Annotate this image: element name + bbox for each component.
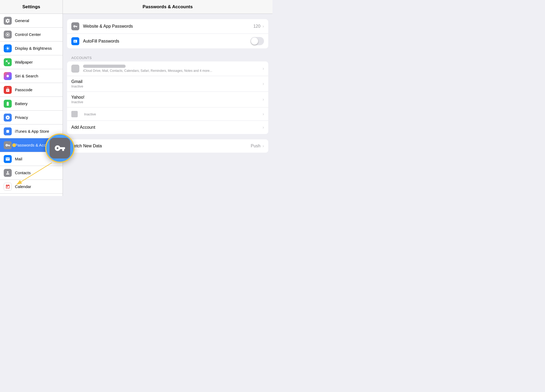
- sidebar-item-notes[interactable]: Notes: [0, 194, 63, 196]
- sidebar-item-passcode[interactable]: Passcode: [0, 83, 63, 97]
- sidebar-item-battery[interactable]: Battery: [0, 97, 63, 111]
- chevron-icon: ›: [263, 125, 264, 130]
- autofill-icon: [71, 37, 79, 45]
- chevron-icon: ›: [263, 97, 264, 102]
- sidebar-label-privacy: Privacy: [15, 115, 28, 120]
- sidebar-label-control-center: Control Center: [15, 32, 41, 37]
- unknown-account-icon: [71, 111, 78, 117]
- sidebar-item-siri-search[interactable]: Siri & Search: [0, 69, 63, 83]
- accounts-card: iCloud Drive, Mail, Contacts, Calendars,…: [67, 61, 268, 134]
- sidebar-label-mail: Mail: [15, 157, 22, 161]
- gmail-account-row[interactable]: Gmail Inactive ›: [67, 76, 268, 92]
- icloud-account-row[interactable]: iCloud Drive, Mail, Contacts, Calendars,…: [67, 61, 268, 76]
- sidebar-label-general: General: [15, 18, 29, 23]
- chevron-icon: ›: [263, 24, 264, 29]
- passcode-icon: [4, 86, 12, 94]
- svg-point-2: [7, 75, 9, 77]
- svg-rect-3: [6, 130, 9, 133]
- sidebar-label-display-brightness: Display & Brightness: [15, 46, 52, 51]
- chevron-icon: ›: [263, 81, 264, 86]
- detail-header: Passwords & Accounts: [63, 0, 272, 14]
- sidebar-item-contacts[interactable]: Contacts: [0, 166, 63, 180]
- yahoo-name: Yahoo!: [71, 95, 263, 100]
- passwords-accounts-icon: [4, 141, 12, 149]
- display-brightness-icon: [4, 44, 12, 52]
- detail-panel: Website & App Passwords 120 › AutoFill P…: [63, 14, 272, 196]
- toggle-knob: [251, 37, 258, 45]
- itunes-icon: [4, 127, 12, 135]
- gmail-status: Inactive: [71, 84, 263, 88]
- fetch-new-data-value: Push: [251, 144, 260, 148]
- wallpaper-icon: [4, 58, 12, 66]
- gmail-name: Gmail: [71, 79, 263, 84]
- chevron-icon: ›: [263, 66, 264, 71]
- add-account-label: Add Account: [71, 125, 263, 130]
- battery-icon: [4, 100, 12, 108]
- sidebar-item-general[interactable]: General: [0, 14, 63, 28]
- website-app-passwords-row[interactable]: Website & App Passwords 120 ›: [67, 19, 268, 34]
- sidebar-header: Settings: [0, 0, 63, 14]
- sidebar-label-calendar: Calendar: [15, 184, 31, 189]
- website-app-passwords-label: Website & App Passwords: [83, 24, 253, 29]
- autofill-toggle[interactable]: [250, 37, 264, 45]
- mail-icon: [4, 155, 12, 163]
- sidebar-label-passcode: Passcode: [15, 87, 32, 92]
- sidebar-item-display-brightness[interactable]: Display & Brightness: [0, 41, 63, 55]
- annotation-dot: [12, 143, 16, 147]
- annotation-circle: [45, 134, 75, 163]
- siri-icon: [4, 72, 12, 80]
- sidebar-item-wallpaper[interactable]: Wallpaper: [0, 55, 63, 69]
- privacy-icon: [4, 114, 12, 122]
- website-app-passwords-value: 120: [253, 24, 261, 29]
- svg-point-0: [7, 34, 9, 35]
- sidebar-label-wallpaper: Wallpaper: [15, 60, 33, 64]
- sidebar-label-siri-search: Siri & Search: [15, 74, 38, 78]
- annotation-key-icon: [49, 138, 70, 159]
- sidebar-item-control-center[interactable]: Control Center: [0, 28, 63, 41]
- sidebar-item-calendar[interactable]: Calendar: [0, 180, 63, 194]
- sidebar-label-itunes-appstore: iTunes & App Store: [15, 129, 49, 134]
- passwords-card: Website & App Passwords 120 › AutoFill P…: [67, 19, 268, 48]
- chevron-icon: ›: [263, 112, 264, 116]
- icloud-icon: [71, 65, 79, 73]
- unknown-content: Inactive: [84, 112, 263, 116]
- sidebar-label-contacts: Contacts: [15, 170, 31, 175]
- fetch-new-data-row[interactable]: Fetch New Data Push ›: [67, 139, 268, 153]
- autofill-passwords-label: AutoFill Passwords: [83, 39, 250, 44]
- fetch-new-data-label: Fetch New Data: [71, 144, 251, 148]
- autofill-passwords-row[interactable]: AutoFill Passwords: [67, 34, 268, 48]
- icloud-content: iCloud Drive, Mail, Contacts, Calendars,…: [83, 65, 263, 73]
- gmail-content: Gmail Inactive: [71, 79, 263, 88]
- unknown-status: Inactive: [84, 112, 263, 116]
- yahoo-content: Yahoo! Inactive: [71, 95, 263, 104]
- calendar-icon: [4, 183, 12, 191]
- sidebar: General Control Center Display & Brightn…: [0, 14, 63, 196]
- icloud-name-blur: [83, 65, 126, 68]
- fetch-data-card: Fetch New Data Push ›: [67, 139, 268, 153]
- chevron-icon: ›: [263, 144, 264, 148]
- control-center-icon: [4, 31, 12, 39]
- yahoo-status: Inactive: [71, 100, 263, 104]
- accounts-section-header: ACCOUNTS: [67, 54, 268, 61]
- sidebar-label-battery: Battery: [15, 101, 28, 106]
- unknown-account-row[interactable]: Inactive ›: [67, 107, 268, 121]
- add-account-row[interactable]: Add Account ›: [67, 121, 268, 134]
- general-icon: [4, 17, 12, 25]
- sidebar-item-privacy[interactable]: Privacy: [0, 111, 63, 124]
- yahoo-account-row[interactable]: Yahoo! Inactive ›: [67, 92, 268, 107]
- icloud-description: iCloud Drive, Mail, Contacts, Calendars,…: [83, 69, 263, 73]
- contacts-icon: [4, 169, 12, 177]
- key-icon: [71, 22, 79, 30]
